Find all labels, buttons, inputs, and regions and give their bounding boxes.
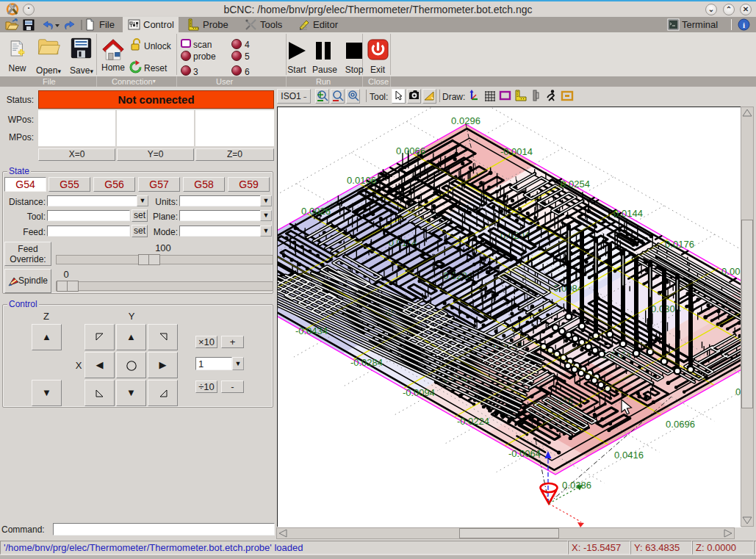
svg-text:0.0034: 0.0034 [721, 266, 741, 277]
svg-text:i: i [743, 21, 745, 29]
svg-text:-0.0014: -0.0014 [500, 146, 533, 157]
svg-text:0.0176: 0.0176 [665, 239, 694, 250]
svg-text:-0.0064: -0.0064 [508, 448, 541, 459]
svg-text:0.0296: 0.0296 [451, 115, 480, 126]
svg-text:0.0696: 0.0696 [666, 419, 695, 430]
svg-text:0.0066: 0.0066 [396, 145, 425, 156]
svg-text:-0.0284: -0.0284 [350, 357, 383, 368]
svg-text:-0.0224: -0.0224 [457, 416, 489, 427]
svg-text:0.0026: 0.0026 [301, 206, 331, 217]
svg-text:0.0144: 0.0144 [613, 208, 643, 219]
svg-text:-0.0434: -0.0434 [295, 325, 328, 336]
svg-text:0.0416: 0.0416 [614, 450, 644, 461]
svg-text:-0.0094: -0.0094 [403, 387, 435, 398]
svg-text:0.0386: 0.0386 [562, 480, 591, 491]
svg-text:0.0254: 0.0254 [561, 178, 590, 190]
svg-text:0.0106: 0.0106 [347, 175, 376, 186]
